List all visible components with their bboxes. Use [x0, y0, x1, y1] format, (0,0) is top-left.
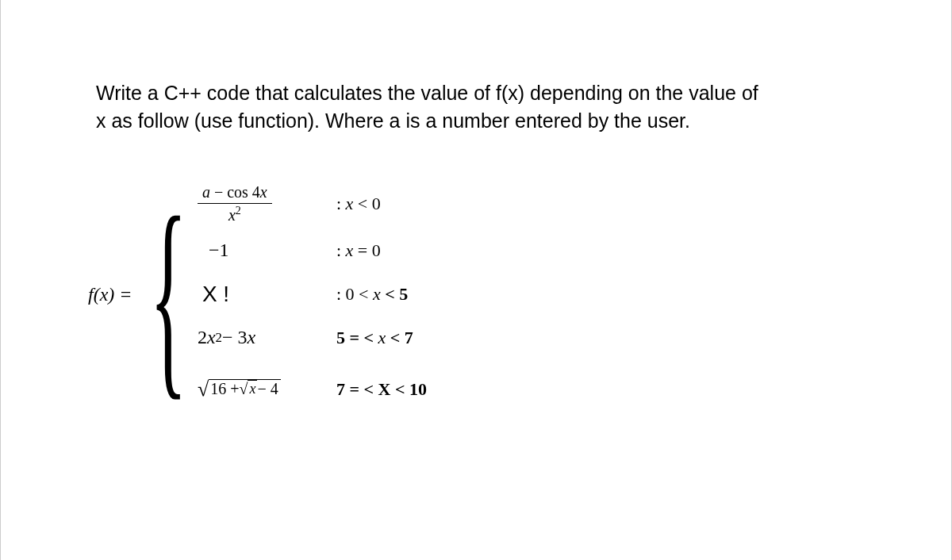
radical-icon: √ — [198, 379, 209, 400]
case-row: −1 : x = 0 — [198, 232, 427, 268]
problem-statement: Write a C++ code that calculates the val… — [96, 79, 762, 135]
case-expression: 2x2 − 3x — [198, 327, 336, 348]
piecewise-function: f(x) = { a − cos 4x x2 : x < 0 — [88, 182, 856, 407]
case-expression: √ 16 + √ x − 4 — [198, 379, 336, 400]
prompt-line-2: x as follow (use function). Where a is a… — [96, 109, 690, 132]
function-label: f(x) = — [88, 284, 132, 305]
cases-list: a − cos 4x x2 : x < 0 −1 : x — [198, 182, 427, 407]
case-condition: : x < 0 — [336, 194, 381, 214]
case-expression: −1 — [198, 240, 336, 261]
fraction-numerator: a − cos 4x — [198, 182, 272, 204]
case-expression: a − cos 4x x2 — [198, 182, 336, 224]
case-condition: 5 = < x < 7 — [336, 328, 413, 348]
fraction-denominator: x2 — [228, 204, 241, 224]
case-expression: X ! — [198, 282, 336, 307]
fraction: a − cos 4x x2 — [198, 182, 272, 224]
case-condition: : x = 0 — [336, 240, 381, 261]
case-row: √ 16 + √ x − 4 7 = < X < 10 — [198, 371, 427, 407]
case-condition: 7 = < X < 10 — [336, 379, 427, 400]
case-row: 2x2 − 3x 5 = < x < 7 — [198, 320, 427, 355]
left-brace: { — [149, 195, 186, 395]
prompt-line-1: Write a C++ code that calculates the val… — [96, 82, 758, 104]
case-row: X ! : 0 < x < 5 — [198, 276, 427, 312]
case-condition: : 0 < x < 5 — [336, 284, 408, 305]
radical-icon: √ — [239, 380, 248, 398]
case-row: a − cos 4x x2 : x < 0 — [198, 182, 427, 224]
square-root: √ 16 + √ x − 4 — [198, 379, 281, 400]
document-page: Write a C++ code that calculates the val… — [0, 0, 952, 560]
